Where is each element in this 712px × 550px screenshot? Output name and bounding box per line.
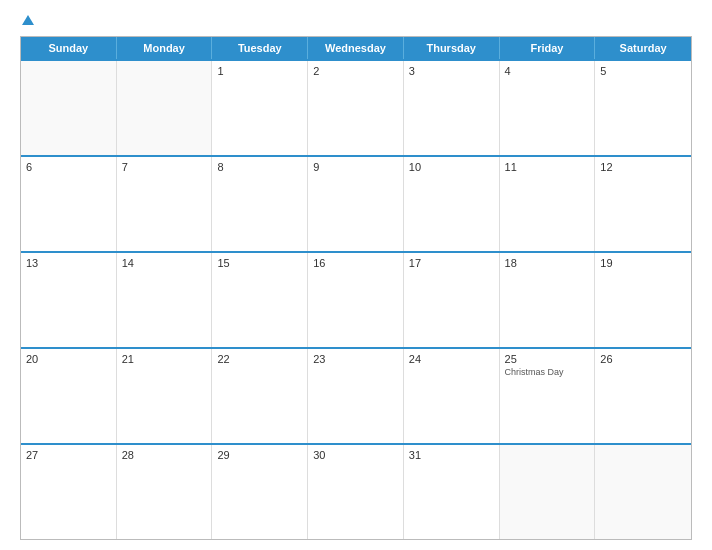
cal-cell-1-5: 3 [404,61,500,155]
cal-cell-2-2: 7 [117,157,213,251]
cal-cell-5-6 [500,445,596,539]
day-number: 17 [409,257,494,269]
cal-cell-2-3: 8 [212,157,308,251]
cal-cell-3-4: 16 [308,253,404,347]
col-saturday: Saturday [595,37,691,59]
day-number: 24 [409,353,494,365]
page: Sunday Monday Tuesday Wednesday Thursday… [0,0,712,550]
day-number: 26 [600,353,686,365]
header [20,16,692,26]
day-number: 29 [217,449,302,461]
cal-cell-1-3: 1 [212,61,308,155]
logo-triangle-icon [22,15,34,25]
cal-cell-2-1: 6 [21,157,117,251]
day-number: 1 [217,65,302,77]
cal-cell-2-6: 11 [500,157,596,251]
cal-cell-2-4: 9 [308,157,404,251]
cal-cell-2-5: 10 [404,157,500,251]
cal-cell-4-3: 22 [212,349,308,443]
col-friday: Friday [500,37,596,59]
cal-cell-3-5: 17 [404,253,500,347]
cal-cell-4-2: 21 [117,349,213,443]
col-sunday: Sunday [21,37,117,59]
week-row-5: 2728293031 [21,443,691,539]
cal-cell-3-1: 13 [21,253,117,347]
day-number: 31 [409,449,494,461]
col-wednesday: Wednesday [308,37,404,59]
cal-cell-3-2: 14 [117,253,213,347]
cal-cell-2-7: 12 [595,157,691,251]
day-number: 10 [409,161,494,173]
day-number: 16 [313,257,398,269]
day-number: 30 [313,449,398,461]
col-monday: Monday [117,37,213,59]
day-number: 11 [505,161,590,173]
col-tuesday: Tuesday [212,37,308,59]
cal-cell-4-1: 20 [21,349,117,443]
cal-cell-5-2: 28 [117,445,213,539]
cal-cell-5-4: 30 [308,445,404,539]
day-number: 25 [505,353,590,365]
day-number: 23 [313,353,398,365]
col-thursday: Thursday [404,37,500,59]
day-number: 12 [600,161,686,173]
cal-cell-5-3: 29 [212,445,308,539]
cal-cell-5-7 [595,445,691,539]
cal-cell-3-7: 19 [595,253,691,347]
cal-cell-5-1: 27 [21,445,117,539]
calendar-header: Sunday Monday Tuesday Wednesday Thursday… [21,37,691,59]
week-row-2: 6789101112 [21,155,691,251]
day-number: 9 [313,161,398,173]
week-row-1: 12345 [21,59,691,155]
day-number: 13 [26,257,111,269]
day-number: 8 [217,161,302,173]
cal-cell-1-4: 2 [308,61,404,155]
day-number: 2 [313,65,398,77]
day-number: 18 [505,257,590,269]
cal-cell-4-7: 26 [595,349,691,443]
cal-cell-5-5: 31 [404,445,500,539]
day-number: 21 [122,353,207,365]
cal-cell-4-6: 25Christmas Day [500,349,596,443]
cal-cell-1-2 [117,61,213,155]
cal-cell-3-3: 15 [212,253,308,347]
cal-cell-1-6: 4 [500,61,596,155]
cal-cell-1-1 [21,61,117,155]
day-number: 27 [26,449,111,461]
day-number: 5 [600,65,686,77]
day-number: 7 [122,161,207,173]
logo [20,16,34,26]
day-number: 20 [26,353,111,365]
calendar: Sunday Monday Tuesday Wednesday Thursday… [20,36,692,540]
calendar-body: 1234567891011121314151617181920212223242… [21,59,691,539]
holiday-label: Christmas Day [505,367,590,377]
day-number: 15 [217,257,302,269]
day-number: 19 [600,257,686,269]
cal-cell-4-5: 24 [404,349,500,443]
day-number: 3 [409,65,494,77]
cal-cell-1-7: 5 [595,61,691,155]
day-number: 28 [122,449,207,461]
cal-cell-4-4: 23 [308,349,404,443]
week-row-3: 13141516171819 [21,251,691,347]
day-number: 6 [26,161,111,173]
day-number: 22 [217,353,302,365]
cal-cell-3-6: 18 [500,253,596,347]
day-number: 4 [505,65,590,77]
day-number: 14 [122,257,207,269]
week-row-4: 202122232425Christmas Day26 [21,347,691,443]
